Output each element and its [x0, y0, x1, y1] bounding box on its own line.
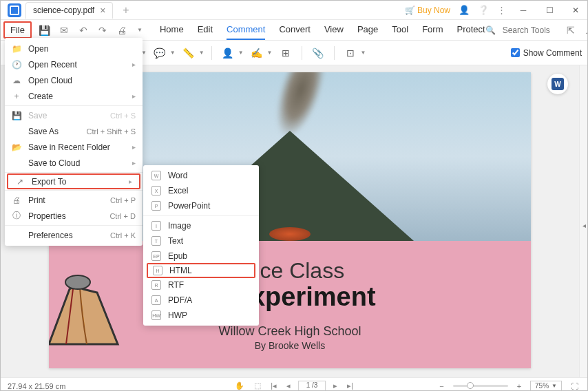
vertical-scrollbar[interactable]: ◂ — [579, 65, 587, 377]
shortcut-label: Ctrl + S — [110, 112, 136, 120]
shortcut-label: Ctrl + P — [110, 196, 136, 204]
mail-icon[interactable]: ✉ — [58, 24, 70, 36]
export-item-html[interactable]: HHTML — [147, 263, 255, 278]
maximize-button[interactable]: ☐ — [540, 1, 558, 19]
submenu-arrow-icon: ▸ — [132, 159, 136, 167]
redo-icon[interactable]: ↷ — [96, 24, 109, 36]
file-menu-item-save-to-cloud[interactable]: Save to Cloud▸ — [5, 155, 143, 171]
tab-convert[interactable]: Convert — [279, 20, 311, 40]
hand-tool-icon[interactable]: ✋ — [233, 381, 246, 390]
search-icon: 🔍 — [485, 25, 496, 35]
file-menu-item-open[interactable]: 📁Open — [5, 41, 143, 56]
select-tool-icon[interactable]: ⬚ — [252, 381, 263, 390]
file-menu-item-save: 💾SaveCtrl + S — [5, 107, 143, 123]
tab-edit[interactable]: Edit — [198, 20, 213, 40]
panel-collapse-icon[interactable]: ◂ — [582, 222, 586, 229]
tab-form[interactable]: Form — [422, 20, 443, 40]
more-icon[interactable]: ⋮ — [497, 5, 506, 15]
export-item-text[interactable]: TText — [143, 233, 259, 249]
tab-close-icon[interactable]: × — [100, 5, 105, 16]
next-page-button[interactable]: ▸ — [331, 381, 339, 390]
convert-to-word-badge[interactable]: W — [547, 74, 568, 94]
file-menu-item-export-to[interactable]: ↗Export To▸ — [7, 173, 140, 189]
prev-page-button[interactable]: ◂ — [284, 381, 293, 390]
file-menu-item-open-recent[interactable]: 🕐Open Recent▸ — [5, 56, 143, 72]
tab-home[interactable]: Home — [160, 20, 184, 40]
search-input[interactable] — [503, 25, 558, 35]
menu-item-label: Properties — [28, 211, 66, 221]
new-tab-button[interactable]: + — [118, 4, 133, 17]
print-icon[interactable]: 🖨 — [116, 24, 128, 36]
cloud-icon[interactable]: ☁ — [584, 24, 588, 36]
first-page-button[interactable]: |◂ — [269, 381, 279, 390]
menu-item-label: Save — [28, 111, 47, 120]
help-icon[interactable]: ❔ — [478, 5, 489, 15]
blank-icon — [12, 127, 21, 136]
file-menu-item-create[interactable]: +Create▸ — [5, 88, 143, 104]
export-item-label: Word — [168, 171, 187, 180]
minimize-button[interactable]: ─ — [514, 1, 532, 19]
show-comment-checkbox[interactable] — [511, 48, 520, 57]
save-icon[interactable]: 💾 — [39, 24, 51, 36]
submenu-arrow-icon: ▸ — [132, 92, 136, 100]
stamp-button[interactable]: 👤 — [219, 44, 237, 62]
undo-icon[interactable]: ↶ — [77, 24, 90, 36]
signature-button[interactable]: ✍ — [248, 44, 266, 62]
show-comment-toggle[interactable]: Show Comment — [511, 48, 582, 58]
svg-point-0 — [65, 275, 90, 289]
zoom-in-button[interactable]: + — [515, 382, 523, 390]
statusbar: 27.94 x 21.59 cm ✋ ⬚ |◂ ◂ 1 /3 ▸ ▸| − + … — [1, 377, 587, 391]
zoom-slider[interactable] — [453, 385, 508, 387]
file-menu: 📁Open🕐Open Recent▸☁Open Cloud+Create▸💾Sa… — [5, 38, 143, 246]
filetype-icon: R — [151, 280, 161, 290]
file-menu-item-open-cloud[interactable]: ☁Open Cloud — [5, 72, 143, 88]
tab-comment[interactable]: Comment — [227, 20, 265, 40]
document-tab[interactable]: science-copy.pdf × — [25, 2, 113, 19]
export-item-powerpoint[interactable]: PPowerPoint — [143, 198, 259, 213]
file-menu-item-save-in-recent-folder[interactable]: 📂Save in Recent Folder▸ — [5, 139, 143, 155]
app-icon — [8, 3, 21, 17]
comment-button[interactable]: 💬 — [151, 44, 169, 62]
file-menu-item-properties[interactable]: ⓘPropertiesCtrl + D — [5, 208, 143, 224]
zoom-value[interactable]: 75%▼ — [530, 381, 562, 391]
file-menu-item-print[interactable]: 🖨PrintCtrl + P — [5, 192, 143, 208]
submenu-arrow-icon: ▸ — [132, 61, 136, 68]
export-item-hwp[interactable]: HWHWP — [143, 308, 259, 323]
menu-item-label: Create — [28, 92, 53, 101]
buy-now-link[interactable]: 🛒 Buy Now — [405, 6, 450, 15]
file-menu-item-preferences[interactable]: PreferencesCtrl + K — [5, 227, 143, 243]
stamp2-button[interactable]: ⊞ — [277, 44, 295, 62]
more-tools-button[interactable]: ⊡ — [342, 44, 359, 62]
export-item-word[interactable]: WWord — [143, 168, 259, 183]
filetype-icon: I — [151, 221, 161, 231]
tab-tool[interactable]: Tool — [392, 20, 408, 40]
measure-button[interactable]: 📏 — [180, 44, 198, 62]
tab-protect[interactable]: Protect — [456, 20, 485, 40]
titlebar: science-copy.pdf × + 🛒 Buy Now 👤 ❔ ⋮ ─ ☐… — [1, 1, 587, 20]
last-page-button[interactable]: ▸| — [345, 381, 355, 390]
file-menu-button[interactable]: File — [3, 21, 32, 39]
plus-icon: + — [12, 92, 21, 101]
export-item-epub[interactable]: EPEpub — [143, 249, 259, 264]
export-item-rtf[interactable]: RRTF — [143, 277, 259, 293]
zoom-out-button[interactable]: − — [437, 382, 445, 390]
save-icon: 💾 — [12, 111, 21, 120]
menu-item-label: Open — [28, 44, 48, 54]
export-item-pdfa[interactable]: APDF/A — [143, 293, 259, 308]
tab-view[interactable]: View — [324, 20, 344, 40]
user-icon[interactable]: 👤 — [459, 5, 470, 15]
tab-page[interactable]: Page — [357, 20, 378, 40]
export-icon: ↗ — [15, 177, 25, 187]
page-number-input[interactable]: 1 /3 — [298, 381, 326, 392]
export-item-image[interactable]: IImage — [143, 218, 259, 233]
file-menu-item-save-as[interactable]: Save AsCtrl + Shift + S — [5, 123, 143, 139]
attachment-button[interactable]: 📎 — [309, 44, 327, 62]
shortcut-label: Ctrl + K — [110, 231, 136, 240]
qat-dropdown-icon[interactable]: ▼ — [134, 24, 146, 36]
close-button[interactable]: ✕ — [567, 1, 585, 19]
fit-page-icon[interactable]: ⛶ — [569, 382, 580, 390]
share-icon[interactable]: ⇱ — [565, 24, 577, 36]
export-item-label: RTF — [168, 280, 184, 290]
export-item-excel[interactable]: XExcel — [143, 183, 259, 198]
menu-item-label: Save As — [28, 127, 59, 136]
